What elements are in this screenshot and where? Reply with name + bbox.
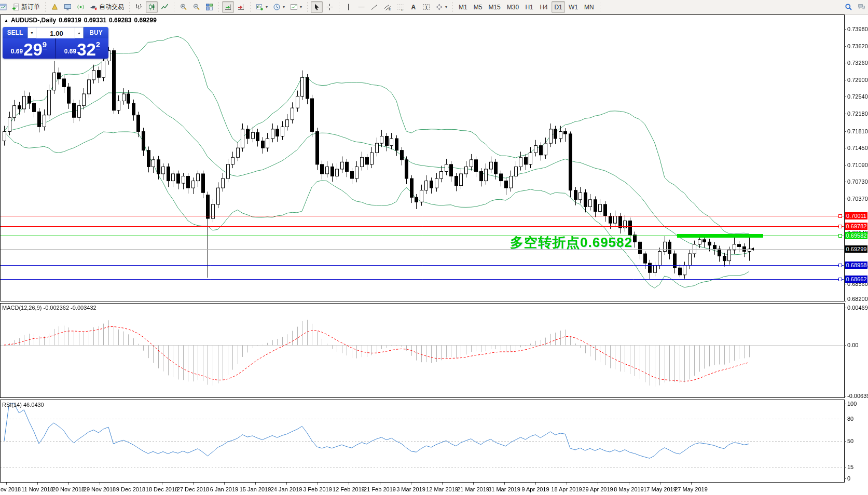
toolbar-separator <box>172 2 176 12</box>
volume-input[interactable] <box>36 28 77 39</box>
price-tick-label: 0.71090 <box>847 162 868 168</box>
toolbar-separator <box>217 2 221 12</box>
buy-price[interactable]: 0.69 32 2 <box>56 38 108 59</box>
candlestick-chart-button[interactable] <box>146 1 158 13</box>
autotrading-button[interactable]: 自动交易 <box>88 1 126 13</box>
date-tick-label: 9 Apr 2019 <box>521 486 549 492</box>
chart-window-icon[interactable] <box>0 1 9 13</box>
chevron-down-icon: ▾ <box>300 5 302 9</box>
toolbar-separator <box>306 2 309 12</box>
crosshair-icon <box>326 3 334 11</box>
price-level-tag: 0.70011 <box>845 212 867 219</box>
trendline-button[interactable] <box>368 1 380 13</box>
date-tick-label: 27 May 2019 <box>674 486 708 492</box>
date-tick-label: 27 Dec 2018 <box>177 486 209 492</box>
vertical-line-button[interactable] <box>342 1 354 13</box>
symbol-period-label: AUDUSD-,Daily <box>11 17 56 24</box>
fibonacci-button[interactable]: F <box>394 1 406 13</box>
chart-shift-button[interactable] <box>235 1 247 13</box>
signal-icon-button[interactable] <box>75 1 87 13</box>
candles-icon <box>148 3 156 11</box>
date-tick-label: 29 Apr 2019 <box>582 486 613 492</box>
date-tick-label: 9 Dec 2018 <box>116 486 145 492</box>
zoom-in-icon <box>180 3 187 11</box>
cursor-button[interactable] <box>311 1 323 13</box>
timeframe-d1-label: D1 <box>554 4 562 11</box>
trend-turning-point-annotation[interactable]: 多空转折点0.69582 <box>510 233 632 252</box>
sell-price[interactable]: 0.69 29 9 <box>3 38 55 59</box>
timeframe-m30[interactable]: M30 <box>504 1 521 13</box>
sell-price-prefix: 0.69 <box>11 48 23 55</box>
timeframe-m15[interactable]: M15 <box>486 1 503 13</box>
timeframe-m1-label: M1 <box>459 4 467 11</box>
auto-scroll-button[interactable] <box>222 1 234 13</box>
chart-canvas[interactable] <box>0 0 868 495</box>
price-tick-label: 0.72180 <box>847 111 868 117</box>
timeframe-h1-label: H1 <box>525 4 533 11</box>
chart-shift-icon <box>237 3 245 11</box>
new-order-icon <box>12 3 20 11</box>
horizontal-line-button[interactable] <box>355 1 367 13</box>
low-value: 0.69283 <box>109 17 131 24</box>
price-tick-label: 0.70730 <box>847 178 868 185</box>
chart-title: ▲ AUDUSD-,Daily 0.69319 0.69331 0.69283 … <box>4 17 157 24</box>
sell-price-big: 29 <box>23 42 43 58</box>
fib-icon: F <box>396 3 404 11</box>
buy-button[interactable]: BUY <box>84 27 108 38</box>
tile-windows-button[interactable] <box>203 1 215 13</box>
timeframe-m1[interactable]: M1 <box>456 1 470 13</box>
period-dropdown[interactable]: ▾ <box>271 1 287 13</box>
price-tick-label: 0.72540 <box>847 93 868 100</box>
text-label-button[interactable]: T <box>420 1 432 13</box>
cursor-icon <box>313 3 321 11</box>
line-chart-button[interactable] <box>159 1 171 13</box>
svg-text:F: F <box>402 8 404 11</box>
bar-chart-button[interactable] <box>133 1 145 13</box>
open-value: 0.69319 <box>59 17 81 24</box>
text-t-icon: T <box>422 3 430 11</box>
rsi-tick-label: 0 <box>847 475 850 482</box>
timeframe-m5[interactable]: M5 <box>471 1 485 13</box>
buy-price-prefix: 0.69 <box>64 48 76 55</box>
cone-icon-button[interactable] <box>49 1 61 13</box>
zoom-out-button[interactable] <box>190 1 202 13</box>
search-button[interactable] <box>843 1 855 13</box>
timeframe-mn[interactable]: MN <box>582 1 597 13</box>
timeframe-mn-label: MN <box>584 4 594 11</box>
macd-tick-label: -0.00639 <box>847 393 868 399</box>
monitor-icon-button[interactable] <box>62 1 74 13</box>
sell-button[interactable]: SELL <box>3 27 27 38</box>
arrows-dropdown[interactable]: ▾ <box>433 1 449 13</box>
timeframe-d1[interactable]: D1 <box>552 1 565 13</box>
date-tick-label: 17 May 2019 <box>643 486 677 492</box>
date-tick-label: 18 Dec 2018 <box>146 486 178 492</box>
chat-icon <box>858 3 865 11</box>
collapse-panel-icon[interactable]: ▲ <box>4 18 8 23</box>
vline-icon <box>345 3 352 11</box>
new-order-button[interactable]: 新订单 <box>10 1 42 13</box>
toolbar: 新订单自动交易▾▾▾EFAT▾M1M5M15M30H1H4D1W1MN <box>0 0 868 15</box>
volume-decrease-button[interactable]: ▼ <box>27 27 36 38</box>
channel-icon: E <box>383 3 391 11</box>
macd-signal-value: -0.003432 <box>71 305 97 311</box>
indicators-dropdown[interactable]: ▾ <box>288 1 304 13</box>
new-chart-dropdown[interactable]: ▾ <box>254 1 270 13</box>
one-click-trading-panel: SELL ▼ ▲ BUY 0.69 29 9 0.69 32 2 <box>3 27 108 59</box>
price-level-tag: 0.69299 <box>845 245 867 253</box>
timeframe-m15-label: M15 <box>488 4 500 11</box>
equidistant-channel-button[interactable]: E <box>381 1 393 13</box>
date-tick-label: 6 Jan 2019 <box>210 486 238 492</box>
high-value: 0.69331 <box>84 17 106 24</box>
text-button[interactable]: A <box>407 1 419 13</box>
chart-window-icon <box>0 3 7 11</box>
timeframe-w1[interactable]: W1 <box>566 1 581 13</box>
timeframe-h4[interactable]: H4 <box>537 1 550 13</box>
crosshair-button[interactable] <box>324 1 336 13</box>
timeframe-h1[interactable]: H1 <box>522 1 536 13</box>
chat-button[interactable] <box>856 1 867 13</box>
cone-icon <box>51 3 59 11</box>
price-tick-label: 0.72900 <box>847 77 868 83</box>
zoom-in-button[interactable] <box>177 1 189 13</box>
volume-increase-button[interactable]: ▲ <box>75 27 84 38</box>
sell-price-pip: 9 <box>43 40 47 49</box>
